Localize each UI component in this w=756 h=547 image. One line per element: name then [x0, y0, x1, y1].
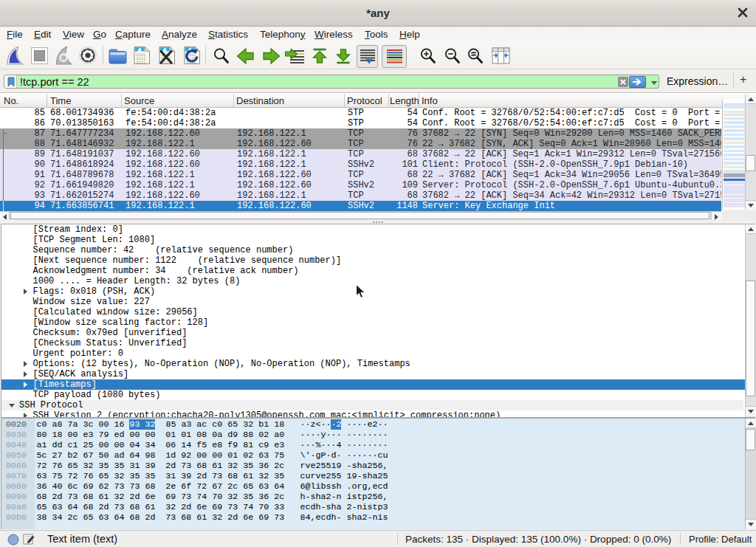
- svg-text:0111: 0111: [136, 61, 145, 65]
